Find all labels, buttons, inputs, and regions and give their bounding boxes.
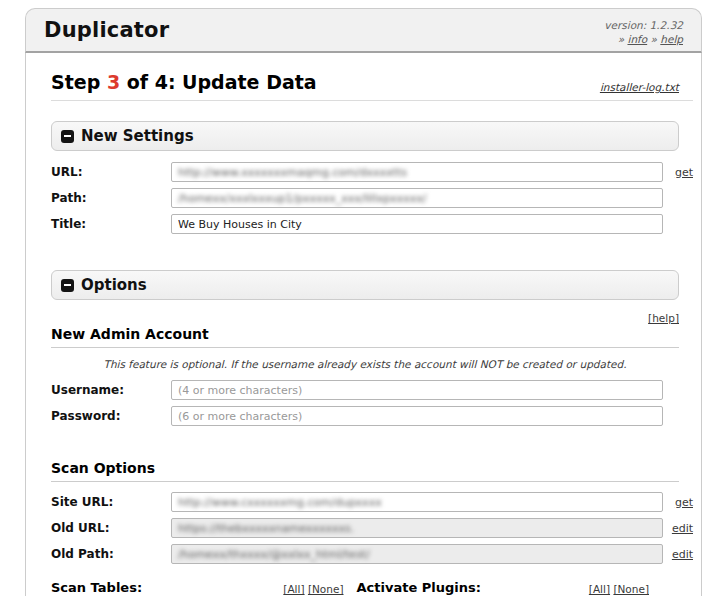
options-header[interactable]: Options [51, 270, 679, 300]
options-title: Options [81, 276, 147, 294]
site-url-label: Site URL: [51, 495, 171, 509]
scan-tables-label: Scan Tables: [51, 580, 142, 595]
sep-glyph: » [651, 33, 657, 45]
path-row: Path: /homexx/xxxlxxxup1/pxxxxx_xxx/lill… [51, 188, 693, 208]
old-path-label: Old Path: [51, 547, 171, 561]
collapse-icon[interactable] [61, 279, 74, 292]
old-path-edit-link[interactable]: edit [672, 548, 693, 561]
site-url-row: Site URL: http://www.cxxxxxxmg.com/dupxx… [51, 492, 693, 512]
path-input[interactable]: /homexx/xxxlxxxup1/pxxxxx_xxx/lillxpxxxx… [171, 188, 663, 208]
redacted-old-path-text: /homexx/thxxxx/@xxlxx_html/test/ [178, 548, 370, 561]
main-content: Step 3 of 4: Update Data installer-log.t… [25, 53, 702, 596]
old-path-row: Old Path: /homexx/thxxxx/@xxlxx_html/tes… [51, 544, 693, 564]
redacted-site-url-text: http://www.cxxxxxxmg.com/dupxxxx [178, 496, 382, 509]
activate-plugins-label: Activate Plugins: [357, 580, 481, 595]
old-url-input: https://thebxxxxxnamexxxxxxs. [171, 518, 663, 538]
title-row: Title: [51, 214, 693, 234]
tables-all-link[interactable]: [All] [283, 583, 304, 595]
installer-window: Duplicator version: 1.2.32 » info » help… [25, 8, 702, 596]
help-link[interactable]: help [660, 33, 683, 45]
plugins-none-link[interactable]: [None] [613, 583, 649, 595]
title-label: Title: [51, 217, 171, 231]
old-url-row: Old URL: https://thebxxxxxnamexxxxxxs. e… [51, 518, 693, 538]
scan-options-heading: Scan Options [51, 460, 679, 482]
url-row: URL: http://www.xxxxxxxmaqmg.com/dxxxxtt… [51, 162, 693, 182]
step-number: 3 [107, 71, 120, 93]
old-path-input: /homexx/thxxxx/@xxlxx_html/test/ [171, 544, 663, 564]
app-title: Duplicator [44, 18, 169, 42]
old-url-label: Old URL: [51, 521, 171, 535]
options-help-link[interactable]: [help] [648, 312, 679, 324]
old-url-edit-link[interactable]: edit [672, 522, 693, 535]
path-label: Path: [51, 191, 171, 205]
url-input[interactable]: http://www.xxxxxxxmaqmg.com/dxxxxtts [171, 162, 663, 182]
new-admin-account-heading: New Admin Account [51, 326, 679, 348]
redacted-url-text: http://www.xxxxxxxmaqmg.com/dxxxxtts [178, 166, 407, 179]
sep-glyph: » [618, 33, 624, 45]
username-label: Username: [51, 383, 171, 397]
page-title: Step 3 of 4: Update Data [51, 71, 317, 93]
redacted-old-url-text: https://thebxxxxxnamexxxxxxs. [178, 522, 354, 535]
password-label: Password: [51, 409, 171, 423]
scan-tables-column: Scan Tables: [All] [None] 841_commentmet… [51, 580, 344, 596]
version-text: version: 1.2.32 [604, 18, 683, 32]
username-row: Username: [51, 380, 693, 400]
divider [51, 100, 693, 101]
admin-note: This feature is optional. If the usernam… [51, 358, 679, 370]
tables-none-link[interactable]: [None] [308, 583, 344, 595]
new-settings-title: New Settings [81, 127, 194, 145]
url-get-link[interactable]: get [675, 166, 693, 179]
header-meta: version: 1.2.32 » info » help [604, 18, 683, 46]
redacted-path-text: /homexx/xxxlxxxup1/pxxxxx_xxx/lillxpxxxx… [178, 192, 426, 205]
site-url-input[interactable]: http://www.cxxxxxxmg.com/dupxxxx [171, 492, 663, 512]
username-input[interactable] [171, 380, 663, 400]
site-url-get-link[interactable]: get [675, 496, 693, 509]
url-label: URL: [51, 165, 171, 179]
installer-log-link[interactable]: installer-log.txt [600, 81, 679, 93]
password-input[interactable] [171, 406, 663, 426]
info-link[interactable]: info [627, 33, 647, 45]
plugins-all-link[interactable]: [All] [589, 583, 610, 595]
app-header: Duplicator version: 1.2.32 » info » help [25, 8, 702, 53]
collapse-icon[interactable] [61, 130, 74, 143]
password-row: Password: [51, 406, 693, 426]
title-input[interactable] [171, 214, 663, 234]
activate-plugins-column: Activate Plugins: [All] [None] LayerSlid… [357, 580, 650, 596]
new-settings-header[interactable]: New Settings [51, 121, 679, 151]
